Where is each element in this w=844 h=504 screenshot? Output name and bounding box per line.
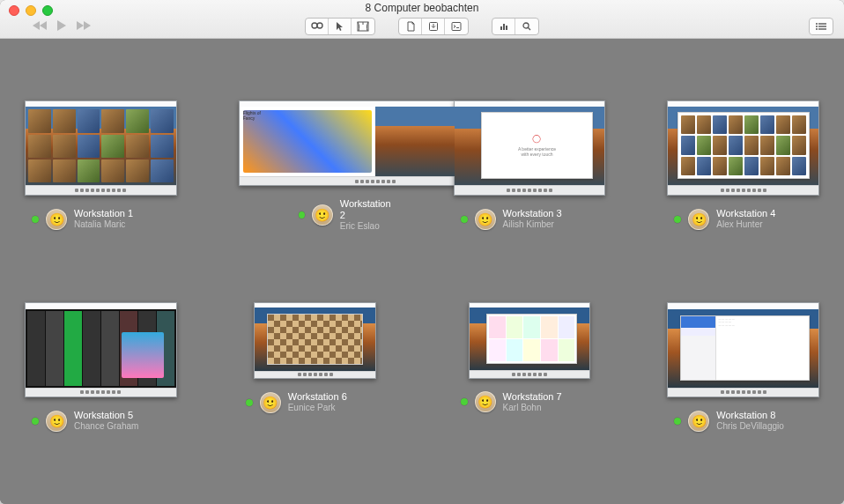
status-indicator xyxy=(32,216,39,223)
svg-rect-4 xyxy=(452,23,461,31)
screen-thumbnail[interactable] xyxy=(667,100,819,196)
status-indicator xyxy=(674,216,681,223)
screen-thumbnail[interactable]: ― ― ― ― ―― ― ― ―― ― ― ― ― xyxy=(667,302,819,397)
avatar: 🙂 xyxy=(46,209,67,230)
curtain-button[interactable] xyxy=(352,19,374,34)
screen-thumbnail[interactable] xyxy=(254,302,376,379)
observe-window: 8 Computer beobachten xyxy=(0,0,844,504)
list-view-segment xyxy=(809,18,833,35)
svg-rect-6 xyxy=(503,24,505,30)
unix-button[interactable] xyxy=(445,19,468,34)
avatar: 🙂 xyxy=(475,391,496,412)
status-indicator xyxy=(461,216,468,223)
titlebar: 8 Computer beobachten xyxy=(0,0,844,39)
svg-point-13 xyxy=(816,28,818,30)
observe-button[interactable] xyxy=(306,19,329,34)
workstation-user: Chance Graham xyxy=(74,421,138,432)
workstation-name: Workstation 4 xyxy=(716,208,775,219)
svg-point-0 xyxy=(312,23,317,28)
workstation-user: Ailish Kimber xyxy=(503,219,562,230)
screen-thumbnail[interactable] xyxy=(25,100,177,196)
svg-point-11 xyxy=(816,26,818,27)
workstation-user: Eric Eslao xyxy=(340,221,392,232)
workstation-user: Eunice Park xyxy=(288,403,347,413)
copy-button[interactable] xyxy=(399,19,422,34)
spotlight-button[interactable] xyxy=(515,19,538,34)
workstation-user: Karl Bohn xyxy=(503,403,562,413)
reports-button[interactable] xyxy=(492,19,515,34)
computer-cell[interactable]: 🙂 Workstation 7 Karl Bohn xyxy=(454,302,606,413)
workstation-user: Alex Hunter xyxy=(716,219,775,230)
view-mode-segment xyxy=(305,18,375,35)
workstation-name: Workstation 1 xyxy=(74,208,133,219)
workstation-name: Workstation 8 xyxy=(716,410,784,421)
avatar: 🙂 xyxy=(260,392,281,413)
workstation-user: Natalia Maric xyxy=(74,219,133,230)
svg-rect-14 xyxy=(818,28,826,29)
control-button[interactable] xyxy=(329,19,352,34)
workstation-user: Chris DeVillaggio xyxy=(716,421,784,432)
computer-cell[interactable]: ◯ A better experiencewith every touch 🙂 … xyxy=(454,100,606,230)
status-indicator xyxy=(246,399,253,406)
report-segment xyxy=(492,18,539,35)
computer-cell[interactable]: ― ― ― ― ―― ― ― ―― ― ― ― ― 🙂 Workstation … xyxy=(667,302,819,432)
status-indicator xyxy=(461,398,468,405)
svg-point-8 xyxy=(523,23,529,28)
status-indicator xyxy=(299,211,305,219)
toolbar xyxy=(0,18,844,35)
window-title: 8 Computer beobachten xyxy=(0,2,844,14)
status-indicator xyxy=(32,418,39,425)
svg-rect-7 xyxy=(506,26,507,30)
file-segment xyxy=(398,18,469,35)
workstation-name: Workstation 2 xyxy=(340,198,392,221)
list-view-button[interactable] xyxy=(810,19,833,34)
install-button[interactable] xyxy=(422,19,445,34)
workstation-name: Workstation 5 xyxy=(74,410,138,421)
computer-cell[interactable]: 🙂 Workstation 1 Natalia Maric xyxy=(25,100,177,230)
workstation-name: Workstation 6 xyxy=(288,391,347,403)
workstation-name: Workstation 3 xyxy=(503,208,562,219)
status-indicator xyxy=(674,418,681,425)
computer-cell[interactable]: 🙂 Workstation 5 Chance Graham xyxy=(25,302,177,432)
screen-thumbnail[interactable]: ◯ A better experiencewith every touch xyxy=(454,100,606,196)
svg-rect-10 xyxy=(818,23,826,24)
observe-grid-area[interactable]: 🙂 Workstation 1 Natalia Maric Flights of… xyxy=(0,39,844,504)
avatar: 🙂 xyxy=(688,209,709,230)
avatar: 🙂 xyxy=(688,411,709,432)
svg-point-9 xyxy=(816,23,818,25)
screen-thumbnail[interactable] xyxy=(25,302,177,397)
workstation-name: Workstation 7 xyxy=(503,391,562,403)
avatar: 🙂 xyxy=(312,204,333,226)
screen-thumbnail[interactable] xyxy=(469,302,590,378)
avatar: 🙂 xyxy=(475,209,496,230)
computer-cell[interactable]: Flights ofFancy 🙂 Workstation 2 Eric Esl… xyxy=(239,100,392,232)
svg-rect-5 xyxy=(500,26,502,30)
svg-rect-12 xyxy=(818,26,826,26)
computer-cell[interactable]: 🙂 Workstation 4 Alex Hunter xyxy=(667,100,819,230)
avatar: 🙂 xyxy=(46,411,67,432)
svg-point-1 xyxy=(317,23,322,28)
computer-cell[interactable]: 🙂 Workstation 6 Eunice Park xyxy=(239,302,392,413)
